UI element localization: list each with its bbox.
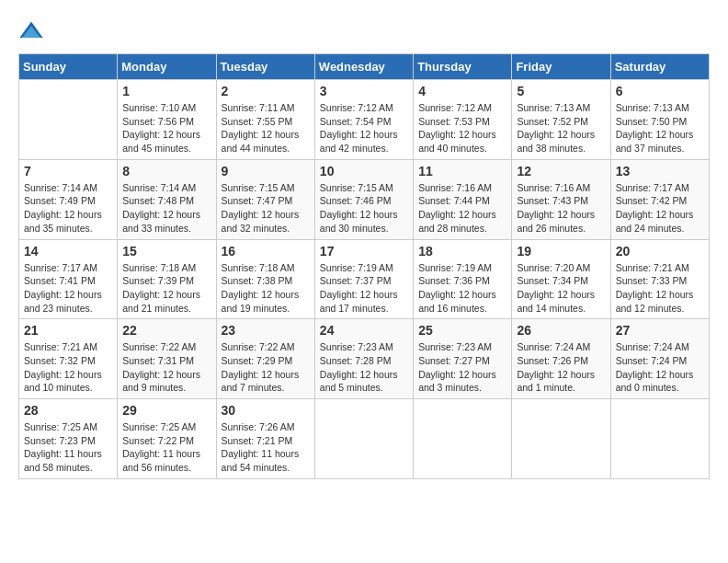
day-number: 6 — [616, 84, 704, 98]
day-sun-info: Sunrise: 7:21 AMSunset: 7:32 PMDaylight:… — [24, 340, 112, 395]
calendar-cell — [512, 399, 610, 479]
header-monday: Monday — [118, 54, 216, 80]
calendar-cell: 12Sunrise: 7:16 AMSunset: 7:43 PMDayligh… — [512, 159, 610, 239]
day-sun-info: Sunrise: 7:25 AMSunset: 7:22 PMDaylight:… — [122, 420, 210, 475]
day-number: 21 — [24, 323, 112, 338]
logo-icon — [18, 18, 44, 44]
calendar-cell: 13Sunrise: 7:17 AMSunset: 7:42 PMDayligh… — [610, 159, 709, 239]
week-row-3: 14Sunrise: 7:17 AMSunset: 7:41 PMDayligh… — [19, 239, 710, 319]
header-saturday: Saturday — [610, 54, 709, 80]
calendar-cell: 5Sunrise: 7:13 AMSunset: 7:52 PMDaylight… — [512, 80, 610, 160]
header-thursday: Thursday — [414, 54, 512, 80]
week-row-4: 21Sunrise: 7:21 AMSunset: 7:32 PMDayligh… — [19, 319, 710, 399]
calendar-cell — [414, 399, 512, 479]
calendar-cell: 4Sunrise: 7:12 AMSunset: 7:53 PMDaylight… — [414, 80, 512, 160]
calendar-cell: 1Sunrise: 7:10 AMSunset: 7:56 PMDaylight… — [118, 80, 216, 160]
day-number: 8 — [122, 164, 210, 178]
calendar-cell: 14Sunrise: 7:17 AMSunset: 7:41 PMDayligh… — [19, 239, 118, 319]
day-sun-info: Sunrise: 7:15 AMSunset: 7:46 PMDaylight:… — [320, 181, 408, 236]
day-sun-info: Sunrise: 7:21 AMSunset: 7:33 PMDaylight:… — [616, 261, 704, 316]
days-header-row: SundayMondayTuesdayWednesdayThursdayFrid… — [19, 54, 710, 80]
day-number: 9 — [222, 164, 310, 178]
day-number: 5 — [517, 84, 605, 98]
day-sun-info: Sunrise: 7:10 AMSunset: 7:56 PMDaylight:… — [122, 101, 210, 155]
calendar-cell: 17Sunrise: 7:19 AMSunset: 7:37 PMDayligh… — [314, 239, 413, 319]
header-tuesday: Tuesday — [216, 54, 314, 80]
day-sun-info: Sunrise: 7:14 AMSunset: 7:48 PMDaylight:… — [122, 181, 210, 236]
day-number: 4 — [418, 84, 506, 98]
day-number: 24 — [320, 323, 408, 338]
header-wednesday: Wednesday — [314, 54, 413, 80]
calendar-cell: 25Sunrise: 7:23 AMSunset: 7:27 PMDayligh… — [414, 319, 512, 399]
calendar-cell: 20Sunrise: 7:21 AMSunset: 7:33 PMDayligh… — [610, 239, 709, 319]
day-number: 22 — [122, 323, 210, 338]
day-number: 7 — [24, 164, 112, 178]
day-number: 16 — [222, 244, 310, 259]
logo — [18, 18, 48, 44]
calendar-cell: 27Sunrise: 7:24 AMSunset: 7:24 PMDayligh… — [610, 319, 709, 399]
day-sun-info: Sunrise: 7:11 AMSunset: 7:55 PMDaylight:… — [222, 101, 310, 155]
calendar-cell — [19, 80, 118, 160]
day-sun-info: Sunrise: 7:12 AMSunset: 7:53 PMDaylight:… — [418, 101, 506, 155]
calendar-cell: 9Sunrise: 7:15 AMSunset: 7:47 PMDaylight… — [216, 159, 314, 239]
day-number: 13 — [616, 164, 704, 178]
calendar-cell: 24Sunrise: 7:23 AMSunset: 7:28 PMDayligh… — [314, 319, 413, 399]
day-number: 10 — [320, 164, 408, 178]
day-number: 19 — [517, 244, 605, 259]
calendar-cell: 22Sunrise: 7:22 AMSunset: 7:31 PMDayligh… — [118, 319, 216, 399]
day-number: 20 — [616, 244, 704, 259]
calendar-cell: 23Sunrise: 7:22 AMSunset: 7:29 PMDayligh… — [216, 319, 314, 399]
day-sun-info: Sunrise: 7:20 AMSunset: 7:34 PMDaylight:… — [517, 261, 605, 316]
calendar-cell: 11Sunrise: 7:16 AMSunset: 7:44 PMDayligh… — [414, 159, 512, 239]
calendar-cell: 16Sunrise: 7:18 AMSunset: 7:38 PMDayligh… — [216, 239, 314, 319]
week-row-2: 7Sunrise: 7:14 AMSunset: 7:49 PMDaylight… — [19, 159, 710, 239]
day-number: 3 — [320, 84, 408, 98]
day-sun-info: Sunrise: 7:25 AMSunset: 7:23 PMDaylight:… — [24, 420, 112, 475]
week-row-5: 28Sunrise: 7:25 AMSunset: 7:23 PMDayligh… — [19, 399, 710, 479]
day-sun-info: Sunrise: 7:13 AMSunset: 7:52 PMDaylight:… — [517, 101, 605, 155]
day-sun-info: Sunrise: 7:23 AMSunset: 7:27 PMDaylight:… — [418, 340, 506, 395]
day-sun-info: Sunrise: 7:22 AMSunset: 7:29 PMDaylight:… — [222, 340, 310, 395]
day-sun-info: Sunrise: 7:22 AMSunset: 7:31 PMDaylight:… — [122, 340, 210, 395]
day-sun-info: Sunrise: 7:16 AMSunset: 7:44 PMDaylight:… — [418, 181, 506, 236]
day-sun-info: Sunrise: 7:15 AMSunset: 7:47 PMDaylight:… — [222, 181, 310, 236]
calendar-cell — [314, 399, 413, 479]
calendar-cell: 26Sunrise: 7:24 AMSunset: 7:26 PMDayligh… — [512, 319, 610, 399]
day-sun-info: Sunrise: 7:17 AMSunset: 7:42 PMDaylight:… — [616, 181, 704, 236]
day-sun-info: Sunrise: 7:24 AMSunset: 7:24 PMDaylight:… — [616, 340, 704, 395]
calendar-cell: 30Sunrise: 7:26 AMSunset: 7:21 PMDayligh… — [216, 399, 314, 479]
calendar-cell: 15Sunrise: 7:18 AMSunset: 7:39 PMDayligh… — [118, 239, 216, 319]
page-header — [18, 18, 710, 44]
day-sun-info: Sunrise: 7:16 AMSunset: 7:43 PMDaylight:… — [517, 181, 605, 236]
day-sun-info: Sunrise: 7:13 AMSunset: 7:50 PMDaylight:… — [616, 101, 704, 155]
calendar-cell: 7Sunrise: 7:14 AMSunset: 7:49 PMDaylight… — [19, 159, 118, 239]
calendar-cell: 3Sunrise: 7:12 AMSunset: 7:54 PMDaylight… — [314, 80, 413, 160]
day-number: 27 — [616, 323, 704, 338]
day-sun-info: Sunrise: 7:19 AMSunset: 7:37 PMDaylight:… — [320, 261, 408, 316]
calendar-cell: 19Sunrise: 7:20 AMSunset: 7:34 PMDayligh… — [512, 239, 610, 319]
calendar-cell: 18Sunrise: 7:19 AMSunset: 7:36 PMDayligh… — [414, 239, 512, 319]
week-row-1: 1Sunrise: 7:10 AMSunset: 7:56 PMDaylight… — [19, 80, 710, 160]
day-number: 25 — [418, 323, 506, 338]
day-number: 18 — [418, 244, 506, 259]
calendar-cell: 10Sunrise: 7:15 AMSunset: 7:46 PMDayligh… — [314, 159, 413, 239]
calendar-table: SundayMondayTuesdayWednesdayThursdayFrid… — [18, 53, 710, 479]
day-sun-info: Sunrise: 7:24 AMSunset: 7:26 PMDaylight:… — [517, 340, 605, 395]
day-sun-info: Sunrise: 7:17 AMSunset: 7:41 PMDaylight:… — [24, 261, 112, 316]
header-sunday: Sunday — [19, 54, 118, 80]
day-number: 23 — [222, 323, 310, 338]
calendar-cell: 29Sunrise: 7:25 AMSunset: 7:22 PMDayligh… — [118, 399, 216, 479]
day-number: 17 — [320, 244, 408, 259]
day-number: 1 — [122, 84, 210, 98]
day-number: 15 — [122, 244, 210, 259]
day-sun-info: Sunrise: 7:18 AMSunset: 7:39 PMDaylight:… — [122, 261, 210, 316]
day-number: 28 — [24, 403, 112, 418]
calendar-cell: 28Sunrise: 7:25 AMSunset: 7:23 PMDayligh… — [19, 399, 118, 479]
calendar-cell: 21Sunrise: 7:21 AMSunset: 7:32 PMDayligh… — [19, 319, 118, 399]
day-number: 2 — [222, 84, 310, 98]
day-sun-info: Sunrise: 7:14 AMSunset: 7:49 PMDaylight:… — [24, 181, 112, 236]
day-sun-info: Sunrise: 7:23 AMSunset: 7:28 PMDaylight:… — [320, 340, 408, 395]
calendar-cell: 2Sunrise: 7:11 AMSunset: 7:55 PMDaylight… — [216, 80, 314, 160]
calendar-cell: 8Sunrise: 7:14 AMSunset: 7:48 PMDaylight… — [118, 159, 216, 239]
day-number: 14 — [24, 244, 112, 259]
